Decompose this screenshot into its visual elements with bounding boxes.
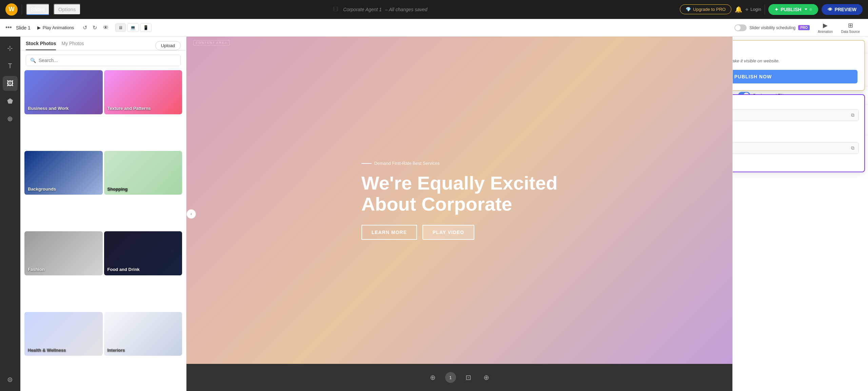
undo-button[interactable]: ↺ bbox=[81, 23, 89, 32]
second-bar: ••• Slide 1 ▶ Play Animations ↺ ↻ 👁 🖥 💻 … bbox=[0, 19, 868, 37]
top-bar-right: 💎 Upgrade to PRO 🔔 ⎆ Login ✦ PUBLISH 👁 P… bbox=[680, 4, 863, 15]
popup-overlay: 📄 Changes are saved as draft. This slide… bbox=[732, 37, 868, 176]
php-field: <?php depicter(1); ?> ⧉ bbox=[732, 142, 859, 154]
slider-icon: 🎞 bbox=[333, 6, 338, 13]
slide-label: Slide 1 bbox=[16, 25, 31, 31]
photo-backgrounds[interactable]: Backgrounds bbox=[24, 151, 103, 195]
desktop-view-button[interactable]: 🖥 bbox=[115, 23, 126, 32]
slide-canvas: CONTENT AREA Demand First-Rate Best Serv… bbox=[186, 37, 732, 364]
photo-label-shopping: Shopping bbox=[107, 187, 128, 192]
photo-interiors[interactable]: Interiors bbox=[104, 312, 182, 356]
photo-label-interiors: Interiors bbox=[107, 348, 125, 353]
nav-slides[interactable]: Slides bbox=[26, 4, 50, 15]
my-photos-tab[interactable]: My Photos bbox=[61, 41, 84, 50]
nav-divider bbox=[22, 4, 22, 15]
copy-php-button[interactable]: ⧉ bbox=[851, 145, 854, 151]
shortcode-section: Shortcode [depicter id="1"] ⧉ i Paste sh… bbox=[732, 94, 865, 172]
current-slide-badge: 1 bbox=[445, 372, 456, 383]
photo-food-drink[interactable]: Food and Drink bbox=[104, 231, 182, 275]
divider2 bbox=[765, 4, 765, 15]
publish-status-dot bbox=[809, 8, 812, 11]
search-input[interactable] bbox=[39, 58, 176, 63]
slide-heading-line1: We're Equally Excited bbox=[361, 173, 558, 194]
preview-toggle-button[interactable]: 👁 bbox=[103, 25, 108, 31]
photo-health-wellness[interactable]: Health & Wellness bbox=[24, 312, 103, 356]
toggle-knob bbox=[735, 25, 741, 31]
preview-icon: 👁 bbox=[828, 7, 832, 12]
device-buttons: 🖥 💻 📱 bbox=[115, 23, 152, 32]
photo-label-fashion: Fashion bbox=[28, 267, 45, 272]
animation-tab-button[interactable]: ▶ Animation bbox=[815, 20, 835, 35]
slide-bottom-bar: ⊕ 1 ⊡ ⊕ bbox=[186, 364, 732, 391]
slider-title: Corporate Agent 1 – All changes saved bbox=[341, 7, 428, 12]
php-hint: i Paste the PHP code into your theme's f… bbox=[732, 157, 859, 162]
shortcode-title: Shortcode bbox=[732, 100, 859, 106]
photo-shopping[interactable]: Shopping bbox=[104, 151, 182, 195]
redo-button[interactable]: ↻ bbox=[91, 23, 99, 32]
learn-more-button[interactable]: LEARN MORE bbox=[361, 225, 417, 240]
notifications-button[interactable]: 🔔 bbox=[735, 6, 742, 13]
publish-arrow-icon bbox=[805, 8, 807, 10]
layers-tool-button[interactable]: ⊕ bbox=[3, 111, 18, 126]
photo-label-business: Business and Work bbox=[28, 106, 68, 111]
data-source-label: Data Source bbox=[841, 30, 860, 34]
settings-tool-button[interactable]: ⊜ bbox=[3, 372, 18, 387]
play-icon: ▶ bbox=[37, 25, 41, 30]
second-bar-right: Slider visibility scheduling PRO ▶ Anima… bbox=[734, 20, 863, 35]
nav-options[interactable]: Options bbox=[54, 4, 81, 15]
data-source-icon: ⊞ bbox=[848, 22, 853, 29]
shapes-tool-button[interactable]: ⬟ bbox=[3, 94, 18, 109]
cursor-tool-button[interactable]: ⊹ bbox=[3, 41, 18, 56]
photo-label-health: Health & Wellness bbox=[28, 348, 66, 353]
visibility-toggle: Slider visibility scheduling PRO bbox=[734, 24, 810, 31]
search-icon: 🔍 bbox=[30, 58, 36, 63]
icon-sidebar: ⊹ T 🖼 ⬟ ⊕ ⊜ bbox=[0, 37, 20, 391]
slide-tagline-text: Demand First-Rate Best Services bbox=[374, 161, 440, 166]
right-panel: 📄 Changes are saved as draft. This slide… bbox=[732, 37, 868, 391]
preview-button[interactable]: 👁 PREVIEW bbox=[822, 4, 863, 15]
visibility-switch[interactable] bbox=[734, 24, 747, 31]
play-animations-button[interactable]: ▶ Play Animations bbox=[35, 24, 77, 32]
text-tool-button[interactable]: T bbox=[3, 58, 18, 73]
duplicate-slide-button[interactable]: ⊡ bbox=[463, 371, 474, 384]
php-title: PHP code bbox=[732, 133, 859, 139]
upload-button[interactable]: Upload bbox=[155, 41, 181, 50]
mobile-view-button[interactable]: 📱 bbox=[140, 23, 152, 32]
animation-label: Animation bbox=[818, 30, 833, 34]
stock-photos-tab[interactable]: Stock Photos bbox=[26, 41, 56, 50]
slide-tag: Demand First-Rate Best Services bbox=[361, 161, 558, 166]
top-bar: W Slides Options 🎞 Corporate Agent 1 – A… bbox=[0, 0, 868, 19]
add-slide-after-button[interactable]: ⊕ bbox=[481, 371, 492, 384]
save-draft-popup: 📄 Changes are saved as draft. This slide… bbox=[732, 40, 865, 91]
collapse-panel-button[interactable]: ‹ bbox=[186, 209, 196, 219]
upgrade-button[interactable]: 💎 Upgrade to PRO bbox=[680, 4, 731, 14]
photo-label-texture: Texture and Patterns bbox=[107, 106, 151, 111]
login-button[interactable]: ⎆ Login bbox=[746, 7, 761, 12]
photo-grid: Business and Work Texture and Patterns B… bbox=[20, 70, 186, 391]
image-tool-button[interactable]: 🖼 bbox=[3, 76, 18, 91]
slide-buttons: LEARN MORE PLAY VIDEO bbox=[361, 225, 558, 240]
diamond-icon: 💎 bbox=[686, 7, 691, 12]
pro-badge: PRO bbox=[798, 25, 810, 30]
add-slide-before-button[interactable]: ⊕ bbox=[427, 371, 438, 384]
login-icon: ⎆ bbox=[746, 7, 748, 12]
data-source-tab-button[interactable]: ⊞ Data Source bbox=[838, 20, 863, 35]
photo-texture-patterns[interactable]: Texture and Patterns bbox=[104, 70, 182, 114]
publish-button[interactable]: ✦ PUBLISH bbox=[768, 4, 818, 15]
shortcode-field: [depicter id="1"] ⧉ bbox=[732, 109, 859, 121]
play-video-button[interactable]: PLAY VIDEO bbox=[422, 225, 474, 240]
stock-photos-panel: Stock Photos My Photos Upload 🔍 Business… bbox=[20, 37, 186, 391]
center-info: 🎞 Corporate Agent 1 – All changes saved bbox=[85, 6, 676, 13]
more-options-icon[interactable]: ••• bbox=[5, 24, 12, 31]
slide-heading: We're Equally Excited About Corporate bbox=[361, 173, 558, 214]
photo-business-work[interactable]: Business and Work bbox=[24, 70, 103, 114]
shortcode-hint: i Paste shortcode into your posts or pag… bbox=[732, 124, 859, 129]
tablet-view-button[interactable]: 💻 bbox=[127, 23, 139, 32]
photo-label-backgrounds: Backgrounds bbox=[28, 187, 56, 192]
photo-fashion[interactable]: Fashion bbox=[24, 231, 103, 275]
slide-heading-line2: About Corporate bbox=[361, 194, 558, 215]
tab-icons: ▶ Animation ⊞ Data Source bbox=[815, 20, 863, 35]
search-box: 🔍 bbox=[26, 55, 181, 66]
publish-now-button[interactable]: PUBLISH NOW bbox=[732, 70, 857, 83]
copy-shortcode-button[interactable]: ⧉ bbox=[851, 112, 854, 118]
